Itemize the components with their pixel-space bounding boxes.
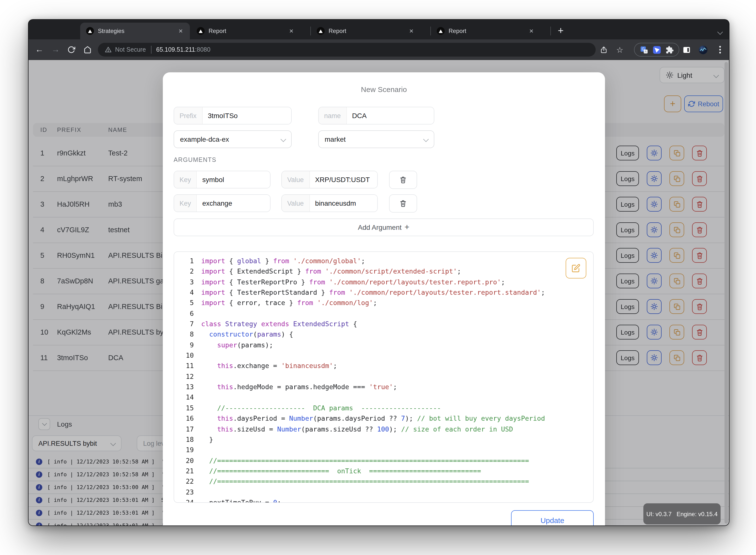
name-field-label: name (319, 107, 347, 124)
address-bar[interactable]: Not Secure 65.109.51.211:8080 (98, 43, 596, 56)
code-line: 6 (174, 308, 593, 319)
code-line-number: 9 (174, 340, 194, 350)
code-line: 1import { global } from './common/global… (174, 256, 593, 266)
code-line-number: 1 (174, 256, 194, 266)
tab-close-icon[interactable]: ✕ (288, 27, 295, 35)
browser-window: Strategies✕Report✕Report✕Report✕ + ← → N… (28, 19, 729, 526)
forward-button[interactable]: → (48, 39, 63, 60)
browser-tab-strategies-0[interactable]: Strategies✕ (80, 23, 190, 39)
url-port: :8080 (195, 46, 211, 53)
url-divider (151, 46, 151, 54)
home-button[interactable] (80, 39, 95, 60)
code-line: 19 (174, 445, 593, 455)
code-editor[interactable]: 1import { global } from './common/global… (174, 251, 594, 503)
code-line-number: 4 (174, 287, 194, 298)
code-line-number: 8 (174, 330, 194, 340)
add-argument-button[interactable]: Add Argument + (174, 218, 594, 236)
share-icon (600, 46, 607, 53)
url-host: 65.109.51.211 (156, 46, 195, 53)
code-line: 4import { TesterReportStandard } from '.… (174, 287, 593, 298)
code-line-number: 24 (174, 498, 194, 503)
code-line: 23 (174, 487, 593, 498)
argument-key-input[interactable] (197, 171, 270, 188)
argument-value-input[interactable] (310, 171, 377, 188)
browser-tab-report-1[interactable]: Report✕ (191, 23, 301, 39)
code-line-number: 7 (174, 319, 194, 330)
code-line-number: 13 (174, 382, 194, 392)
argument-key-input[interactable] (197, 195, 270, 212)
new-tab-button[interactable]: + (554, 24, 568, 37)
code-line-number: 10 (174, 350, 194, 361)
code-line: 20 //===================================… (174, 455, 593, 466)
reload-icon (68, 46, 75, 54)
tab-favicon-icon (86, 27, 94, 35)
tab-label: Strategies (98, 28, 178, 35)
value-label: Value (282, 195, 310, 212)
code-line-number: 12 (174, 372, 194, 382)
code-line-number: 11 (174, 361, 194, 372)
page-scrollbar[interactable] (724, 62, 728, 523)
tab-favicon-icon (197, 27, 205, 35)
tab-close-icon[interactable]: ✕ (408, 27, 415, 35)
strategy-select[interactable]: example-dca-ex (174, 130, 292, 148)
code-line-number: 22 (174, 476, 194, 487)
tab-divider (310, 27, 311, 35)
code-line-number: 14 (174, 392, 194, 403)
side-panel-button[interactable] (679, 39, 695, 60)
tab-close-icon[interactable]: ✕ (528, 27, 535, 35)
code-line-number: 21 (174, 466, 194, 476)
share-button[interactable] (596, 39, 611, 60)
three-dots-icon (719, 46, 721, 54)
engine-version: Engine: v0.15.4 (676, 510, 718, 517)
code-line: 14 (174, 392, 593, 403)
argument-value-group: Value (281, 194, 378, 212)
svg-text:A: A (644, 50, 646, 53)
tab-strip: Strategies✕Report✕Report✕Report✕ + (29, 20, 729, 39)
tab-close-icon[interactable]: ✕ (178, 27, 184, 35)
extensions-puzzle-icon[interactable] (665, 45, 674, 54)
prefix-field-group: Prefix (174, 107, 292, 125)
tron-extension-icon[interactable] (652, 45, 661, 54)
argument-key-group: Key (174, 171, 270, 188)
code-line: 21 //============================ onTick… (174, 466, 593, 476)
argument-key-group: Key (174, 194, 270, 212)
browser-menu-button[interactable] (712, 39, 728, 60)
reload-button[interactable] (63, 39, 79, 60)
strategy-select-value: example-dca-ex (180, 135, 229, 143)
back-button[interactable]: ← (32, 39, 47, 60)
tab-divider (430, 27, 431, 35)
update-button[interactable]: Update (511, 510, 594, 525)
tab-divider (550, 27, 551, 35)
extensions-pill: GA (634, 43, 679, 56)
translate-extension-icon[interactable]: GA (639, 45, 648, 54)
argument-delete-button[interactable] (389, 171, 417, 189)
name-input[interactable] (347, 107, 434, 124)
prefix-input[interactable] (203, 107, 291, 124)
version-badge: UI: v0.3.7 Engine: v0.15.4 (643, 503, 721, 524)
code-line: 17 this.sizeUsd = Number(params.sizeUsd … (174, 424, 593, 434)
page-content: Light + Reboot ID PREFIX NAME 1r9nGkkztT… (29, 60, 729, 525)
browser-tab-report-3[interactable]: Report✕ (431, 23, 541, 39)
code-line: 9 super(params); (174, 340, 593, 350)
order-type-select[interactable]: market (318, 130, 434, 148)
bookmark-star-button[interactable]: ☆ (612, 39, 628, 60)
plus-icon: + (405, 222, 409, 232)
code-line: 22 //===================================… (174, 476, 593, 487)
profile-avatar[interactable] (695, 39, 711, 60)
argument-value-input[interactable] (310, 195, 377, 212)
modal-title: New Scenario (163, 85, 605, 93)
browser-tab-report-2[interactable]: Report✕ (311, 23, 420, 39)
screenshot-stage: Strategies✕Report✕Report✕Report✕ + ← → N… (0, 0, 756, 555)
tab-label: Report (209, 28, 288, 35)
code-line: 16 this.daysPeriod = Number(params.daysP… (174, 413, 593, 424)
name-field-group: name (318, 107, 434, 125)
code-line-number: 15 (174, 403, 194, 414)
code-edit-button[interactable] (566, 258, 586, 279)
not-secure-warning-icon[interactable] (105, 46, 112, 53)
code-line-number: 20 (174, 455, 194, 466)
argument-delete-button[interactable] (389, 194, 417, 213)
code-line: 15 //-------------------- DCA params ---… (174, 403, 593, 414)
tab-favicon-icon (317, 27, 325, 35)
tab-search-chevron-icon[interactable] (718, 27, 722, 36)
code-line: 12 (174, 372, 593, 382)
